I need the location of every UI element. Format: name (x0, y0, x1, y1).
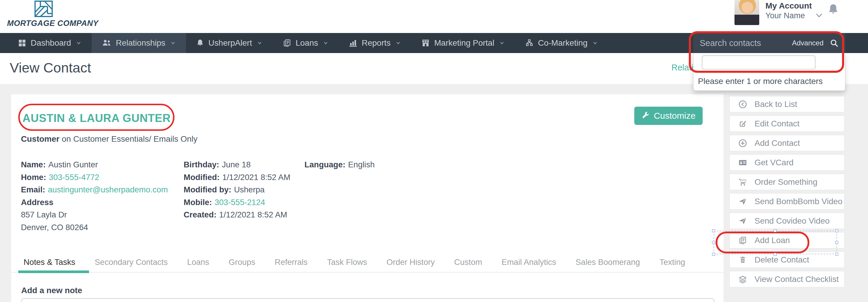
sidebar-item-get-vcard[interactable]: Get VCard (730, 155, 844, 171)
tab-notes-tasks[interactable]: Notes & Tasks (18, 258, 81, 267)
sidebar-item-send-bombbomb-video[interactable]: Send BombBomb Video (730, 193, 844, 209)
mobile-phone-link[interactable]: 303-555-2124 (215, 198, 265, 207)
detail-row: Email:austingunter@usherpademo.com (21, 183, 168, 196)
send-icon (738, 197, 747, 206)
sidebar-item-add-loan[interactable]: Add Loan (730, 232, 844, 248)
nav-item-marketing-portal[interactable]: Marketing Portal (411, 33, 515, 53)
sidebar-item-view-contact-checklist[interactable]: View Contact Checklist (730, 271, 844, 287)
nav-item-dashboard[interactable]: Dashboard (8, 33, 92, 53)
wrench-icon (641, 112, 650, 120)
nav-label: Loans (296, 38, 318, 48)
action-sidebar: Back to List Edit Contact Add Contact Ge… (730, 96, 844, 291)
trash-icon (738, 256, 747, 264)
contact-search-bar[interactable]: Search contacts Advanced (693, 33, 845, 53)
chevron-down-icon (592, 40, 598, 46)
sidebar-item-label: Send Covideo Video (754, 216, 830, 226)
sidebar-item-label: Get VCard (754, 158, 794, 167)
chevron-down-icon (76, 40, 82, 46)
search-placeholder[interactable]: Search contacts (700, 38, 792, 48)
tab-loans[interactable]: Loans (182, 258, 215, 267)
sidebar-item-send-covideo-video[interactable]: Send Covideo Video (730, 213, 844, 229)
tab-email-analytics[interactable]: Email Analytics (496, 258, 561, 267)
sidebar-item-label: Add Contact (754, 138, 800, 148)
bell-icon (196, 39, 204, 47)
sidebar-item-edit-contact[interactable]: Edit Contact (730, 115, 844, 132)
detail-row: Modified by:Usherpa (184, 183, 290, 196)
account-avatar[interactable] (735, 0, 759, 25)
sidebar-item-order-something[interactable]: Order Something (730, 174, 844, 190)
nav-label: Dashboard (31, 38, 71, 48)
customize-button-label: Customize (654, 111, 695, 121)
detail-row: Address (21, 196, 168, 209)
sitemap-icon (525, 39, 534, 47)
tab-groups[interactable]: Groups (223, 258, 260, 267)
account-chevron-down-icon[interactable] (814, 12, 824, 19)
sidebar-item-label: Edit Contact (754, 119, 800, 129)
contact-status-line: Customer on Customer Essentials/ Emails … (21, 134, 197, 144)
tab-task-flows[interactable]: Task Flows (322, 258, 373, 267)
customize-button[interactable]: Customize (634, 107, 703, 125)
nav-item-usherpalert[interactable]: UsherpAlert (186, 33, 273, 53)
company-logo-icon[interactable] (34, 1, 53, 18)
sidebar-item-back-to-list[interactable]: Back to List (730, 96, 844, 112)
chevron-down-icon (257, 40, 262, 46)
sidebar-item-label: Delete Contact (754, 255, 809, 265)
contact-card: AUSTIN & LAURA GUNTER Customize Customer… (11, 94, 723, 302)
nav-item-reports[interactable]: Reports (339, 33, 411, 53)
home-phone-link[interactable]: 303-555-4772 (49, 173, 99, 182)
chevron-down-icon (170, 40, 176, 46)
sidebar-item-label: Add Loan (754, 236, 790, 245)
send-icon (738, 216, 747, 225)
dashboard-icon (18, 39, 27, 47)
detail-row: Modified:1/12/2021 8:52 AM (184, 171, 290, 184)
tab-order-history[interactable]: Order History (381, 258, 440, 267)
nav-item-loans[interactable]: Loans (273, 33, 339, 53)
store-icon (421, 39, 430, 47)
tab-custom[interactable]: Custom (449, 258, 488, 267)
loan-docs-icon (738, 236, 747, 245)
sidebar-item-label: Back to List (754, 100, 797, 109)
search-dropdown: Please enter 1 or more characters (693, 53, 845, 91)
contact-name-heading: AUSTIN & LAURA GUNTER (22, 112, 170, 125)
active-tab-underline (18, 270, 89, 273)
tab-referrals[interactable]: Referrals (269, 258, 313, 267)
cart-icon (738, 178, 747, 187)
tab-secondary-contacts[interactable]: Secondary Contacts (89, 258, 173, 267)
contact-tabs: Notes & Tasks Secondary Contacts Loans G… (18, 254, 690, 271)
add-note-heading: Add a new note (21, 286, 82, 295)
email-link[interactable]: austingunter@usherpademo.com (48, 185, 168, 194)
detail-row: 857 Layla Dr (21, 209, 168, 221)
users-icon (102, 39, 112, 47)
checklist-icon (738, 275, 747, 284)
sidebar-item-delete-contact[interactable]: Delete Contact (730, 251, 844, 268)
tab-texting[interactable]: Texting (654, 258, 690, 267)
vcard-icon (738, 158, 747, 167)
chevron-down-icon (323, 40, 329, 46)
detail-row: Language:English (305, 159, 375, 171)
detail-row: Mobile:303-555-2124 (184, 196, 290, 209)
edit-icon (738, 119, 747, 128)
bar-chart-icon (349, 39, 358, 47)
account-user-name: Your Name (766, 11, 805, 20)
search-icon[interactable] (829, 38, 839, 48)
sidebar-item-add-contact[interactable]: Add Contact (730, 135, 844, 151)
company-logo-text: MORTGAGE COMPANY (7, 19, 98, 28)
detail-row: Home:303-555-4772 (21, 171, 168, 184)
tab-sales-boomerang[interactable]: Sales Boomerang (570, 258, 646, 267)
nav-label: Co-Marketing (538, 38, 587, 48)
advanced-search-link[interactable]: Advanced (792, 39, 824, 47)
detail-row: Birthday:June 18 (184, 159, 290, 171)
my-account-label[interactable]: My Account (766, 1, 812, 11)
nav-item-co-marketing[interactable]: Co-Marketing (515, 33, 608, 53)
status-badge: Customer (21, 134, 60, 143)
detail-row: Created:1/12/2021 8:52 AM (184, 209, 290, 221)
tabs-divider (11, 272, 723, 272)
new-note-input[interactable] (21, 298, 714, 302)
notifications-bell-icon[interactable] (827, 3, 839, 16)
search-input[interactable] (702, 56, 815, 70)
sidebar-item-label: View Contact Checklist (754, 275, 839, 284)
sidebar-item-label: Order Something (754, 177, 817, 187)
detail-row: Denver, CO 80264 (21, 221, 168, 234)
nav-item-relationships[interactable]: Relationships (92, 33, 186, 53)
nav-label: UsherpAlert (208, 38, 252, 48)
